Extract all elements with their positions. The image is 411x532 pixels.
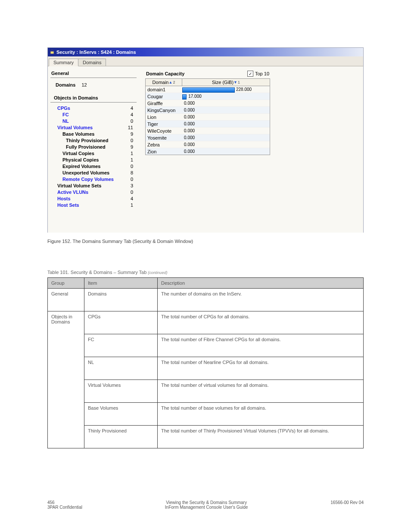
doc-table: Group Item Description GeneralDomainsThe… (47, 277, 364, 448)
object-row[interactable]: Remote Copy Volumes0 (54, 176, 133, 183)
th-group: Group (48, 278, 84, 289)
svg-rect-0 (50, 51, 54, 54)
general-panel: General Domains12 Objects in Domains CPG… (50, 69, 137, 230)
col-header-domain[interactable]: Domain ▲2 (146, 79, 182, 86)
tab-summary[interactable]: Summary (49, 59, 78, 66)
capacity-row[interactable]: Girafffe0.000 (146, 100, 270, 107)
capacity-row[interactable]: KingsCanyon0.000 (146, 107, 270, 114)
object-row[interactable]: NL0 (54, 118, 133, 124)
capacity-row[interactable]: WileCoyote0.000 (146, 128, 270, 134)
capacity-row[interactable]: Cougar17.000 (146, 93, 270, 100)
capacity-heading: Domain Capacity (146, 71, 184, 76)
footer-left: 456 3PAR Confidential (47, 500, 82, 510)
object-row[interactable]: Active VLUNs0 (54, 189, 133, 196)
doc-table-row: FCThe total number of Fibre Channel CPGs… (48, 334, 364, 357)
footer-right: 16566-00 Rev 04 (330, 500, 364, 510)
object-row[interactable]: Hosts4 (54, 196, 133, 202)
th-desc: Description (158, 278, 364, 289)
object-row: Virtual Volume Sets3 (54, 183, 133, 189)
object-row[interactable]: FC4 (54, 112, 133, 118)
doc-table-row: GeneralDomainsThe number of domains on t… (48, 289, 364, 311)
col-header-size[interactable]: Size (GiB) ▼1 (182, 79, 270, 86)
capacity-row[interactable]: Zion0.000 (146, 148, 270, 155)
top10-checkbox[interactable]: ✓ Top 10 (247, 71, 269, 77)
doc-table-row: Objects in DomainsCPGsThe total number o… (48, 311, 364, 334)
doc-table-row: Virtual VolumesThe total number of virtu… (48, 380, 364, 403)
object-row: Thinly Provisioned0 (54, 137, 133, 144)
object-row: Virtual Copies1 (54, 150, 133, 157)
objects-heading: Objects in Domains (50, 93, 137, 103)
footer-center: Viewing the Security & Domains Summary I… (165, 500, 248, 510)
object-row[interactable]: CPGs4 (54, 105, 133, 112)
tab-domains[interactable]: Domains (78, 59, 106, 66)
capacity-row[interactable]: domain1228.000 (146, 86, 270, 93)
general-heading: General (50, 69, 137, 78)
capacity-row[interactable]: Yosemite0.000 (146, 134, 270, 141)
checkbox-icon: ✓ (247, 71, 253, 77)
capacity-row[interactable]: Tiger0.000 (146, 121, 270, 128)
doc-table-wrap: Table 101. Security & Domains – Summary … (47, 270, 364, 448)
sort-desc-icon: ▼ (234, 80, 237, 84)
doc-table-row: Base VolumesThe total number of base vol… (48, 403, 364, 426)
window-titlebar: Security : InServs : S424 : Domains (48, 48, 363, 56)
screenshot-panel: Security : InServs : S424 : Domains Summ… (47, 47, 364, 233)
object-row: Unexported Volumes8 (54, 170, 133, 176)
page-footer: 456 3PAR Confidential Viewing the Securi… (47, 500, 364, 510)
domains-count: Domains12 (50, 81, 137, 93)
object-row: Base Volumes9 (54, 131, 133, 137)
content-area: General Domains12 Objects in Domains CPG… (48, 66, 363, 233)
capacity-row[interactable]: Zebra0.000 (146, 141, 270, 148)
capacity-table: Domain ▲2 Size (GiB) ▼1 domain1228.000Co… (145, 78, 270, 155)
doc-table-title: Table 101. Security & Domains – Summary … (47, 270, 364, 275)
objects-list: CPGs4FC4NL0Virtual Volumes11Base Volumes… (50, 105, 137, 208)
doc-table-row: NLThe total number of Nearline CPGs for … (48, 357, 364, 380)
lock-icon (50, 49, 56, 55)
capacity-row[interactable]: Lion0.000 (146, 114, 270, 121)
window-title: Security : InServs : S424 : Domains (56, 50, 136, 55)
figure-caption: Figure 152. The Domains Summary Tab (Sec… (47, 239, 364, 244)
object-row[interactable]: Host Sets1 (54, 202, 133, 208)
sort-asc-icon: ▲ (168, 80, 172, 84)
object-row: Expired Volumes0 (54, 163, 133, 170)
object-row: Physical Copies1 (54, 157, 133, 163)
tabstrip: Summary Domains (48, 56, 363, 66)
capacity-panel: Domain Capacity ✓ Top 10 Domain ▲2 Size … (145, 69, 270, 230)
object-row[interactable]: Virtual Volumes11 (54, 124, 133, 131)
th-item: Item (84, 278, 158, 289)
object-row: Fully Provisioned9 (54, 144, 133, 150)
doc-table-row: Thinly ProvisionedThe total number of Th… (48, 426, 364, 448)
